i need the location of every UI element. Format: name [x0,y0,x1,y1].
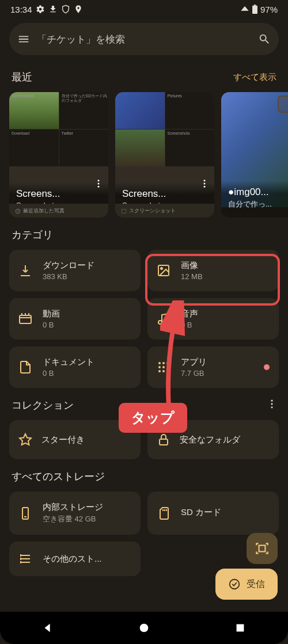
svg-point-17 [166,362,169,364]
svg-point-13 [158,321,162,324]
gear-icon [36,5,45,14]
category-downloads[interactable]: ダウンロード383 KB [9,250,141,291]
svg-point-21 [158,370,161,372]
search-placeholder: 「チケット」を検索 [37,33,258,46]
category-size: 383 KB [43,272,94,281]
categories-header: カテゴリ [0,218,288,250]
category-label: アプリ [181,357,207,368]
annotation-callout: タップ [119,403,187,433]
category-size: 0 B [43,369,94,378]
category-videos[interactable]: 動画0 B [9,298,141,340]
search-bar[interactable]: 「チケット」を検索 [9,23,279,55]
category-audio[interactable]: 音声0 B [147,298,279,340]
svg-rect-0 [252,6,257,14]
svg-point-41 [230,580,240,589]
category-size: 0 B [181,321,198,329]
recent-card[interactable]: ●img00... 自分で作っ... [221,92,288,218]
category-label: 画像 [181,260,203,271]
svg-point-15 [158,362,161,364]
scan-icon [255,541,270,556]
recent-card[interactable]: Screenshots 自分で作ったSDカード内のフォルダ Download T… [9,92,108,218]
svg-rect-44 [236,624,244,632]
image-icon [157,264,170,277]
storage-other[interactable]: その他のスト... [9,542,141,576]
audio-icon [157,312,170,326]
svg-marker-27 [20,434,31,445]
svg-rect-1 [254,5,256,6]
svg-point-18 [158,366,161,368]
battery-icon [252,5,258,14]
fab-scan[interactable] [247,533,278,564]
search-icon[interactable] [258,33,271,45]
svg-point-26 [271,406,272,408]
category-label: ダウンロード [43,260,94,271]
phone-icon [18,506,32,520]
more-icon[interactable] [199,178,210,189]
location-icon [74,5,83,14]
category-size: 0 B [43,321,60,329]
category-images[interactable]: 画像12 MB [147,250,279,291]
storage-label: 内部ストレージ [43,502,103,513]
svg-rect-12 [20,315,31,323]
svg-rect-28 [160,439,168,445]
fab-receive[interactable]: 受信 [215,569,278,600]
document-icon [18,360,32,374]
video-icon [18,312,32,326]
storage-label: その他のスト... [43,554,102,565]
svg-point-3 [98,183,100,185]
recent-card-subtitle: 自分で作っ... [228,199,288,209]
sd-card-icon [278,96,288,113]
svg-point-25 [271,403,272,405]
svg-rect-40 [259,546,266,552]
recent-header: 最近 すべて表示 [0,60,288,92]
section-title-recent: 最近 [12,70,32,84]
navigation-bar [0,612,288,644]
collection-label: スター付き [41,435,85,445]
svg-point-6 [204,180,206,181]
storage-sd-card[interactable]: SD カード [147,491,279,535]
recent-card-title: Screens... [16,188,101,200]
section-title-collections: コレクション [12,398,74,412]
storage-internal[interactable]: 内部ストレージ空き容量 42 GB [9,491,141,535]
recent-row: Screenshots 自分で作ったSDカード内のフォルダ Download T… [0,92,288,218]
svg-point-11 [161,268,162,269]
recent-card-title: ●img00... [228,186,288,198]
storage-size: 空き容量 42 GB [43,514,103,524]
receive-icon [228,578,241,590]
more-icon[interactable] [93,178,104,189]
battery-percent: 97% [260,5,278,14]
svg-point-16 [162,362,165,364]
svg-point-24 [271,400,272,402]
notification-dot [264,364,270,370]
svg-point-43 [140,624,149,632]
svg-point-8 [204,186,206,188]
section-title-categories: カテゴリ [12,228,53,242]
svg-rect-9 [122,209,126,213]
category-label: ドキュメント [43,357,94,368]
star-icon [18,433,32,447]
nav-back[interactable] [41,622,54,634]
recent-see-all[interactable]: すべて表示 [233,72,276,83]
svg-point-23 [166,370,169,372]
category-size: 12 MB [181,272,203,281]
wifi-icon [240,5,249,14]
list-icon [18,552,32,566]
svg-point-7 [204,183,206,185]
more-icon[interactable] [266,398,278,410]
recent-card[interactable]: Pictures Screenshots Screens... Screensh… [115,92,214,218]
svg-point-14 [165,319,169,323]
category-documents[interactable]: ドキュメント0 B [9,346,141,388]
svg-point-20 [166,366,169,368]
section-title-storage: すべてのストレージ [12,470,105,483]
svg-point-4 [98,186,100,188]
lock-icon [157,433,170,447]
download-icon [48,5,58,14]
status-time: 13:34 [10,5,32,14]
category-size: 7.7 GB [181,369,207,378]
menu-icon[interactable] [17,33,30,45]
nav-home[interactable] [138,622,150,634]
category-apps[interactable]: アプリ7.7 GB [147,346,279,388]
nav-recent[interactable] [234,622,247,634]
status-bar: 13:34 97% [0,0,288,18]
fab-receive-label: 受信 [247,578,265,590]
